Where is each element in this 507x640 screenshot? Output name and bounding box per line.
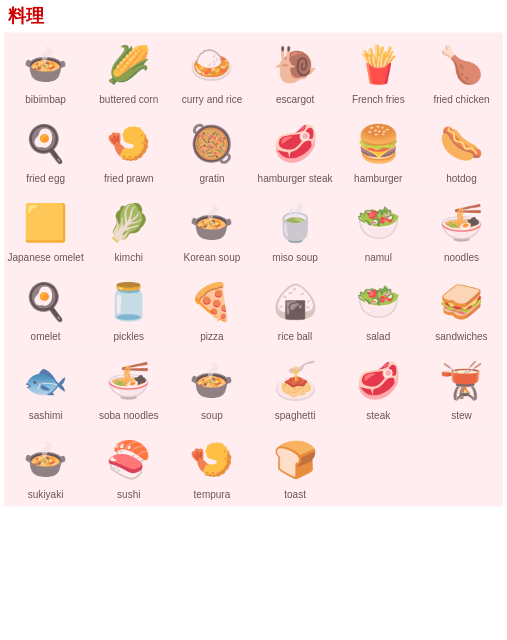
food-item-noodles[interactable]: 🍜noodles [420, 194, 503, 265]
food-item-pickles[interactable]: 🫙pickles [87, 273, 170, 344]
food-icon-escargot: 🐌 [266, 38, 324, 92]
food-row-1: 🍳fried egg🍤fried prawn🥘gratin🥩hamburger … [4, 111, 503, 190]
food-item-steak[interactable]: 🥩steak [337, 352, 420, 423]
food-item-fried-prawn[interactable]: 🍤fried prawn [87, 115, 170, 186]
food-item-hotdog[interactable]: 🌭hotdog [420, 115, 503, 186]
food-label-escargot: escargot [276, 94, 314, 105]
food-label-pizza: pizza [200, 331, 223, 342]
food-label-korean-soup: Korean soup [184, 252, 241, 263]
food-item-spaghetti[interactable]: 🍝spaghetti [254, 352, 337, 423]
food-icon-bibimbap: 🍲 [17, 38, 75, 92]
food-icon-curry-and-rice: 🍛 [183, 38, 241, 92]
food-item-fried-egg[interactable]: 🍳fried egg [4, 115, 87, 186]
food-item-pizza[interactable]: 🍕pizza [170, 273, 253, 344]
food-label-noodles: noodles [444, 252, 479, 263]
food-icon-noodles: 🍜 [432, 196, 490, 250]
food-label-sushi: sushi [117, 489, 140, 500]
food-label-hamburger-steak: hamburger steak [258, 173, 333, 184]
food-icon-miso-soup: 🍵 [266, 196, 324, 250]
food-icon-korean-soup: 🍲 [183, 196, 241, 250]
food-item-gratin[interactable]: 🥘gratin [170, 115, 253, 186]
food-icon-rice-ball: 🍙 [266, 275, 324, 329]
food-label-bibimbap: bibimbap [25, 94, 66, 105]
food-label-omelet: omelet [31, 331, 61, 342]
food-icon-fried-prawn: 🍤 [100, 117, 158, 171]
food-label-pickles: pickles [113, 331, 144, 342]
food-item-omelet[interactable]: 🍳omelet [4, 273, 87, 344]
food-icon-soba-noodles: 🍜 [100, 354, 158, 408]
food-icon-fried-chicken: 🍗 [432, 38, 490, 92]
food-label-hotdog: hotdog [446, 173, 477, 184]
food-row-5: 🍲sukiyaki🍣sushi🍤tempura🍞toast [4, 427, 503, 506]
food-label-hamburger: hamburger [354, 173, 402, 184]
food-icon-sukiyaki: 🍲 [17, 433, 75, 487]
food-icon-soup: 🍲 [183, 354, 241, 408]
food-label-toast: toast [284, 489, 306, 500]
food-item-stew[interactable]: 🫕stew [420, 352, 503, 423]
food-item-japanese-omelet[interactable]: 🟨Japanese omelet [4, 194, 87, 265]
food-icon-spaghetti: 🍝 [266, 354, 324, 408]
food-icon-steak: 🥩 [349, 354, 407, 408]
food-icon-salad: 🥗 [349, 275, 407, 329]
food-item-soup[interactable]: 🍲soup [170, 352, 253, 423]
food-label-gratin: gratin [199, 173, 224, 184]
food-icon-pickles: 🫙 [100, 275, 158, 329]
food-item-tempura[interactable]: 🍤tempura [170, 431, 253, 502]
food-item-sandwiches[interactable]: 🥪sandwiches [420, 273, 503, 344]
food-label-steak: steak [366, 410, 390, 421]
food-label-fried-egg: fried egg [26, 173, 65, 184]
food-label-sukiyaki: sukiyaki [28, 489, 64, 500]
food-item-sukiyaki[interactable]: 🍲sukiyaki [4, 431, 87, 502]
food-item-hamburger-steak[interactable]: 🥩hamburger steak [254, 115, 337, 186]
food-icon-sandwiches: 🥪 [432, 275, 490, 329]
food-item-fried-chicken[interactable]: 🍗fried chicken [420, 36, 503, 107]
food-label-kimchi: kimchi [115, 252, 143, 263]
food-label-stew: stew [451, 410, 472, 421]
food-item-soba-noodles[interactable]: 🍜soba noodles [87, 352, 170, 423]
food-item-escargot[interactable]: 🐌escargot [254, 36, 337, 107]
food-label-miso-soup: miso soup [272, 252, 318, 263]
food-icon-gratin: 🥘 [183, 117, 241, 171]
food-item-sushi[interactable]: 🍣sushi [87, 431, 170, 502]
food-icon-sashimi: 🐟 [17, 354, 75, 408]
food-icon-fried-egg: 🍳 [17, 117, 75, 171]
food-item-kimchi[interactable]: 🥬kimchi [87, 194, 170, 265]
page-title: 料理 [0, 0, 507, 32]
food-item-curry-and-rice[interactable]: 🍛curry and rice [170, 36, 253, 107]
food-icon-tempura: 🍤 [183, 433, 241, 487]
food-label-sandwiches: sandwiches [435, 331, 487, 342]
food-label-curry-and-rice: curry and rice [182, 94, 243, 105]
food-icon-sushi: 🍣 [100, 433, 158, 487]
food-icon-namul: 🥗 [349, 196, 407, 250]
food-label-namul: namul [365, 252, 392, 263]
food-row-3: 🍳omelet🫙pickles🍕pizza🍙rice ball🥗salad🥪sa… [4, 269, 503, 348]
food-item-bibimbap[interactable]: 🍲bibimbap [4, 36, 87, 107]
food-item-namul[interactable]: 🥗namul [337, 194, 420, 265]
food-label-salad: salad [366, 331, 390, 342]
food-label-rice-ball: rice ball [278, 331, 312, 342]
food-label-soba-noodles: soba noodles [99, 410, 159, 421]
food-label-sashimi: sashimi [29, 410, 63, 421]
food-label-tempura: tempura [194, 489, 231, 500]
food-label-soup: soup [201, 410, 223, 421]
food-item-empty1[interactable] [337, 465, 420, 469]
food-icon-kimchi: 🥬 [100, 196, 158, 250]
food-item-sashimi[interactable]: 🐟sashimi [4, 352, 87, 423]
food-item-french-fries[interactable]: 🍟French fries [337, 36, 420, 107]
food-item-salad[interactable]: 🥗salad [337, 273, 420, 344]
food-label-french-fries: French fries [352, 94, 405, 105]
food-item-rice-ball[interactable]: 🍙rice ball [254, 273, 337, 344]
food-row-4: 🐟sashimi🍜soba noodles🍲soup🍝spaghetti🥩ste… [4, 348, 503, 427]
food-item-empty2[interactable] [420, 465, 503, 469]
food-item-buttered-corn[interactable]: 🌽buttered corn [87, 36, 170, 107]
food-label-fried-prawn: fried prawn [104, 173, 153, 184]
food-item-toast[interactable]: 🍞toast [254, 431, 337, 502]
food-item-korean-soup[interactable]: 🍲Korean soup [170, 194, 253, 265]
food-icon-french-fries: 🍟 [349, 38, 407, 92]
food-grid: 🍲bibimbap🌽buttered corn🍛curry and rice🐌e… [0, 32, 507, 506]
food-item-miso-soup[interactable]: 🍵miso soup [254, 194, 337, 265]
food-item-hamburger[interactable]: 🍔hamburger [337, 115, 420, 186]
food-label-fried-chicken: fried chicken [433, 94, 489, 105]
food-label-buttered-corn: buttered corn [99, 94, 158, 105]
food-row-2: 🟨Japanese omelet🥬kimchi🍲Korean soup🍵miso… [4, 190, 503, 269]
